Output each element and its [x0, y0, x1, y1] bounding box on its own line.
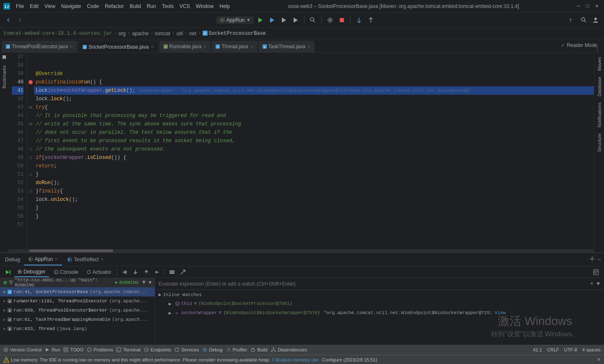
line-ending[interactable]: CRLF — [547, 347, 559, 352]
run-status-button[interactable]: Run — [45, 347, 60, 352]
editor-scrollbar-h[interactable] — [8, 249, 594, 252]
tab-close-icon[interactable]: ✕ — [100, 257, 104, 262]
export-threads-button[interactable] — [178, 268, 187, 277]
debug-frame-item[interactable]: ▶ J run:833, Thread (java.lang) — [0, 324, 155, 333]
var-view-link[interactable]: View — [495, 310, 505, 315]
tab-threadpoolexecutor[interactable]: J ThreadPoolExecutor.java ✕ — [2, 41, 77, 52]
menu-view[interactable]: View — [42, 3, 58, 10]
search-button[interactable] — [579, 15, 589, 25]
tab-taskthread[interactable]: J TaskThread.java ✕ — [258, 41, 315, 52]
encoding[interactable]: UTF-8 — [564, 347, 577, 352]
breadcrumb-util[interactable]: util — [177, 31, 183, 36]
debug-resume-button[interactable] — [3, 268, 13, 277]
tab-socketprocessorbase[interactable]: J SocketProcessorBase.java ✕ — [78, 41, 158, 52]
coverage-button[interactable] — [279, 15, 289, 25]
debug-var-row-this[interactable]: ▶ f this = {NioEndpoint$SocketProcessor@… — [155, 299, 604, 308]
memory-config[interactable]: Configure (2023/2/8 15:51) — [322, 357, 377, 362]
profile-button[interactable] — [291, 15, 301, 25]
back-button[interactable] — [3, 15, 13, 25]
reader-mode-button[interactable]: ✓ Reader Mode — [557, 42, 601, 49]
tab-close-icon[interactable]: ✕ — [250, 44, 253, 49]
terminal-button[interactable]: Terminal — [116, 347, 141, 352]
debug-minimize-button[interactable]: — — [598, 257, 601, 263]
eval-input[interactable] — [159, 281, 590, 287]
vcs-update-button[interactable] — [354, 15, 364, 25]
console-tab[interactable]: Console — [51, 267, 82, 277]
maven-panel-button[interactable]: Maven — [597, 55, 602, 73]
debug-button[interactable] — [267, 15, 277, 25]
dependencies-button[interactable]: Dependencies — [271, 347, 307, 352]
debug-frame-item[interactable]: ▶ J runWorker:1191, ThreadPoolExecutor (… — [0, 296, 155, 306]
menu-tools[interactable]: Tools — [159, 3, 176, 10]
settings-button[interactable] — [325, 15, 335, 25]
menu-navigate[interactable]: Navigate — [59, 3, 83, 10]
var-expand-icon[interactable]: ▶ — [169, 301, 174, 307]
breadcrumb-apache[interactable]: apache — [132, 31, 148, 36]
search-everywhere-button[interactable] — [308, 15, 318, 25]
debug-frame-item[interactable]: ▶ J run:61, TaskThread$WrappingRunnable … — [0, 315, 155, 324]
debug-tab-apprun[interactable]: AppRun ✕ — [24, 254, 62, 265]
menu-file[interactable]: File — [13, 3, 26, 10]
breadcrumb-net[interactable]: net — [189, 31, 196, 36]
maximize-button[interactable]: □ — [584, 3, 591, 10]
problems-button[interactable]: ! Problems — [87, 347, 113, 352]
debugger-tab[interactable]: Debugger — [14, 267, 49, 277]
thread-filter-btn[interactable] — [142, 280, 146, 286]
breadcrumb-jar[interactable]: tomcat-embed-core-10.1.4-sources.jar — [3, 31, 112, 36]
debug-status-button[interactable]: Debug — [202, 347, 222, 352]
structure-panel-button[interactable]: Structure — [597, 131, 602, 155]
debug-frame-item[interactable]: ▶ J run:659, ThreadPoolExecutor$Worker (… — [0, 306, 155, 315]
translate-button[interactable]: T — [567, 15, 577, 25]
breadcrumb-tomcat[interactable]: tomcat — [155, 31, 170, 36]
scrollbar-thumb[interactable] — [29, 250, 113, 252]
vc-button[interactable]: Version Control — [3, 347, 42, 352]
tab-close-icon[interactable]: ✕ — [70, 44, 73, 49]
endpoints-button[interactable]: Endpoints — [144, 347, 171, 352]
indent-settings[interactable]: 4 spaces — [582, 347, 601, 352]
show-frames-button[interactable] — [167, 268, 177, 277]
menu-run[interactable]: Run — [144, 3, 159, 10]
memory-close-button[interactable]: ✕ — [597, 357, 601, 362]
debug-var-row-socketwrapper[interactable]: ▶ ∞ socketWrapper = {NioEndpoint$NioSock… — [155, 308, 604, 317]
run-config-selector[interactable]: AppRun ▼ — [216, 16, 254, 24]
var-expand-icon[interactable]: ▶ — [169, 310, 174, 316]
breadcrumb-classname[interactable]: CSocketProcessorBase — [203, 31, 266, 36]
profiler-button[interactable]: Profiler — [226, 347, 247, 352]
tab-thread[interactable]: J Thread.java ✕ — [211, 41, 257, 52]
step-into-button[interactable] — [131, 268, 140, 277]
tab-close-icon[interactable]: ✕ — [55, 257, 58, 261]
expand-icon[interactable]: ▶ — [159, 292, 161, 297]
todo-button[interactable]: TODO — [63, 347, 83, 352]
vcs-commit-button[interactable] — [366, 15, 376, 25]
actuator-tab[interactable]: Actuator — [83, 267, 115, 277]
step-out-button[interactable] — [142, 268, 151, 277]
eval-add-watch-button[interactable]: + — [590, 280, 594, 288]
breadcrumb-org[interactable]: org — [118, 31, 125, 36]
database-panel-button[interactable]: Database — [597, 74, 602, 99]
avatar-button[interactable] — [591, 15, 601, 25]
forward-button[interactable] — [15, 15, 25, 25]
debug-frame-item[interactable]: ▶ J run:41, SocketProcessorBase (org.apa… — [0, 287, 155, 296]
step-over-button[interactable] — [120, 268, 129, 277]
minimize-button[interactable]: — — [575, 3, 582, 10]
menu-code[interactable]: Code — [84, 3, 102, 10]
notifications-panel-button[interactable]: Notifications — [597, 100, 602, 130]
build-button[interactable]: Build — [250, 347, 267, 352]
stop-button[interactable] — [337, 15, 347, 25]
debug-tab-testreflect[interactable]: TestReflect ✕ — [63, 254, 108, 265]
tab-close-icon[interactable]: ✕ — [203, 44, 206, 49]
menu-help[interactable]: Help — [217, 3, 232, 10]
tab-close-icon[interactable]: ✕ — [151, 44, 154, 49]
run-button[interactable] — [255, 15, 266, 25]
memory-analyze-link[interactable]: // Analyze memory use — [272, 357, 318, 362]
menu-edit[interactable]: Edit — [27, 3, 41, 10]
run-to-cursor-button[interactable] — [153, 268, 162, 277]
eval-dropdown-button[interactable]: ▼ — [596, 280, 601, 288]
bookmarks-label[interactable]: Bookmarks — [2, 64, 7, 90]
restore-layout-button[interactable] — [591, 268, 601, 277]
debug-settings-button[interactable] — [589, 256, 595, 263]
menu-build[interactable]: Build — [127, 3, 143, 10]
close-button[interactable]: ✕ — [593, 3, 601, 10]
cursor-position[interactable]: 41:1 — [533, 347, 542, 352]
menu-vcs[interactable]: VCS — [177, 3, 193, 10]
